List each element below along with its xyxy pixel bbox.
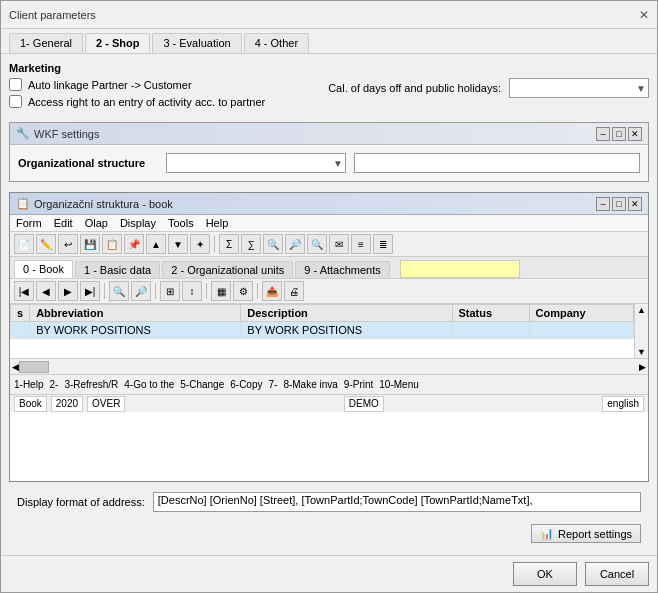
menu-tools[interactable]: Tools [168, 217, 194, 229]
cal-label: Cal. of days off and public holidays: [328, 82, 501, 94]
table-row[interactable]: BY WORK POSITIONS BY WORK POSITIONS [11, 322, 634, 339]
main-toolbar: 📄 ✏️ ↩ 💾 📋 📌 ▲ ▼ ✦ Σ ∑ 🔍 🔎 🔍 ✉ ≡ ≣ [10, 232, 648, 257]
cell-company [529, 322, 633, 339]
status-over: OVER [87, 396, 125, 412]
checkbox-row-2: Access right to an entry of activity acc… [9, 95, 265, 108]
nav-prev[interactable]: ◀ [36, 281, 56, 301]
access-right-checkbox[interactable] [9, 95, 22, 108]
tb-list[interactable]: ≡ [351, 234, 371, 254]
report-btn-label: Report settings [558, 528, 632, 540]
nav-find2[interactable]: 🔎 [131, 281, 151, 301]
address-value[interactable]: [DescrNo] [OrienNo] [Street], [TownPartI… [153, 492, 641, 512]
shortcut-menu[interactable]: 10-Menu [379, 379, 418, 390]
close-button[interactable]: ✕ [639, 8, 649, 22]
v-scrollbar[interactable]: ▲ ▼ [634, 304, 648, 358]
table-header-row: s Abbreviation Description Status Compan… [11, 305, 634, 322]
tab-general[interactable]: 1- General [9, 33, 83, 53]
book-tab-3[interactable]: 9 - Attachments [295, 261, 389, 278]
menu-help[interactable]: Help [206, 217, 229, 229]
footer-buttons: OK Cancel [1, 555, 657, 592]
book-tab-2[interactable]: 2 - Organizational units [162, 261, 293, 278]
nav-export[interactable]: 📤 [262, 281, 282, 301]
nav-first[interactable]: |◀ [14, 281, 34, 301]
h-scrollbar[interactable]: ◀ ▶ [10, 358, 648, 374]
auto-linkage-checkbox[interactable] [9, 78, 22, 91]
tb-search3[interactable]: 🔍 [307, 234, 327, 254]
nav-group[interactable]: ▦ [211, 281, 231, 301]
scroll-up-btn[interactable]: ▲ [637, 305, 646, 315]
tb-special1[interactable]: ✦ [190, 234, 210, 254]
report-btn-row: 📊 Report settings [9, 522, 649, 547]
tb-new[interactable]: 📄 [14, 234, 34, 254]
book-tab-search[interactable] [400, 260, 520, 278]
wkf-restore[interactable]: □ [612, 127, 626, 141]
address-label: Display format of address: [17, 496, 145, 508]
scroll-thumb[interactable] [19, 361, 49, 373]
book-title: Organizační struktura - book [34, 198, 173, 210]
book-minimize[interactable]: – [596, 197, 610, 211]
nav-sort[interactable]: ↕ [182, 281, 202, 301]
nav-config[interactable]: ⚙ [233, 281, 253, 301]
main-content: Marketing Auto linkage Partner -> Custom… [1, 54, 657, 555]
tab-evaluation[interactable]: 3 - Evaluation [152, 33, 241, 53]
marketing-label: Marketing [9, 62, 649, 74]
tb-align[interactable]: ≣ [373, 234, 393, 254]
book-close[interactable]: ✕ [628, 197, 642, 211]
tb-search2[interactable]: 🔎 [285, 234, 305, 254]
nav-find[interactable]: 🔍 [109, 281, 129, 301]
tb-up[interactable]: ▲ [146, 234, 166, 254]
wkf-title-bar: 🔧 WKF settings – □ ✕ [10, 123, 648, 145]
menu-edit[interactable]: Edit [54, 217, 73, 229]
menu-olap[interactable]: Olap [85, 217, 108, 229]
nav-print2[interactable]: 🖨 [284, 281, 304, 301]
ok-button[interactable]: OK [513, 562, 577, 586]
cancel-button[interactable]: Cancel [585, 562, 649, 586]
tab-other[interactable]: 4 - Other [244, 33, 309, 53]
cal-dropdown-arrow: ▼ [636, 83, 646, 94]
shortcut-make-inva[interactable]: 8-Make inva [283, 379, 337, 390]
org-dropdown[interactable]: ▼ [166, 153, 346, 173]
shortcut-print[interactable]: 9-Print [344, 379, 373, 390]
tb-undo[interactable]: ↩ [58, 234, 78, 254]
title-bar: Client parameters ✕ [1, 1, 657, 29]
scroll-left-btn[interactable]: ◀ [12, 362, 19, 372]
shortcut-copy[interactable]: 6-Copy [230, 379, 262, 390]
tab-shop[interactable]: 2 - Shop [85, 33, 150, 53]
book-restore[interactable]: □ [612, 197, 626, 211]
nav-next[interactable]: ▶ [58, 281, 78, 301]
org-text-field[interactable] [354, 153, 640, 173]
menu-display[interactable]: Display [120, 217, 156, 229]
tb-save[interactable]: 💾 [80, 234, 100, 254]
tb-sigma[interactable]: ∑ [241, 234, 261, 254]
shortcut-help[interactable]: 1-Help [14, 379, 43, 390]
tb-search1[interactable]: 🔍 [263, 234, 283, 254]
report-icon: 📊 [540, 527, 554, 540]
shortcut-refresh[interactable]: 3-Refresh/R [64, 379, 118, 390]
col-s: s [11, 305, 30, 322]
scroll-down-btn[interactable]: ▼ [637, 347, 646, 357]
tb-down[interactable]: ▼ [168, 234, 188, 254]
book-tabs: 0 - Book 1 - Basic data 2 - Organization… [10, 257, 648, 279]
wkf-icon: 🔧 [16, 127, 30, 140]
book-tab-0[interactable]: 0 - Book [14, 260, 73, 278]
nav-last[interactable]: ▶| [80, 281, 100, 301]
nav-filter[interactable]: ⊞ [160, 281, 180, 301]
book-tab-1[interactable]: 1 - Basic data [75, 261, 160, 278]
tb-copy[interactable]: 📋 [102, 234, 122, 254]
wkf-minimize[interactable]: – [596, 127, 610, 141]
tb-paste[interactable]: 📌 [124, 234, 144, 254]
menu-form[interactable]: Form [16, 217, 42, 229]
nav-sep-2 [155, 283, 156, 299]
book-title-bar: 📋 Organizační struktura - book – □ ✕ [10, 193, 648, 215]
tb-sum[interactable]: Σ [219, 234, 239, 254]
shortcut-7[interactable]: 7- [268, 379, 277, 390]
shortcut-goto[interactable]: 4-Go to the [124, 379, 174, 390]
scroll-right-btn[interactable]: ▶ [639, 362, 646, 372]
tb-email[interactable]: ✉ [329, 234, 349, 254]
tb-edit[interactable]: ✏️ [36, 234, 56, 254]
shortcut-2[interactable]: 2- [49, 379, 58, 390]
shortcut-change[interactable]: 5-Change [180, 379, 224, 390]
wkf-close[interactable]: ✕ [628, 127, 642, 141]
cal-dropdown[interactable]: ▼ [509, 78, 649, 98]
report-settings-button[interactable]: 📊 Report settings [531, 524, 641, 543]
